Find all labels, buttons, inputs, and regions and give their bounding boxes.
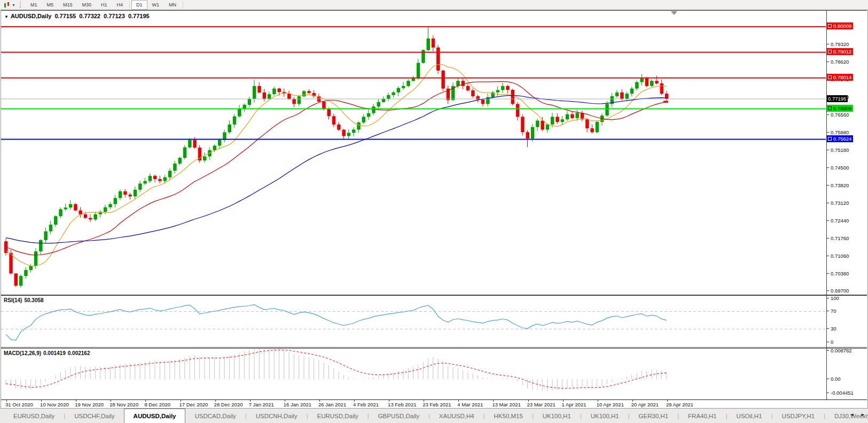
tab-scroll-left-button[interactable]: ◄ [848, 410, 856, 419]
candle [635, 82, 639, 89]
price-chart-canvas[interactable] [1, 11, 826, 295]
candle [74, 204, 77, 211]
main-chart-panel[interactable] [1, 10, 867, 295]
chart-tab-gbpusd-daily[interactable]: GBPUSD,Daily [369, 409, 428, 423]
candle [119, 191, 122, 198]
macd-canvas[interactable] [1, 349, 826, 400]
candle [39, 240, 43, 251]
candle [24, 270, 28, 276]
axis-tick-label: 0.00 [831, 376, 841, 382]
axis-tick-mark [827, 44, 829, 44]
toolbar-separator [183, 1, 183, 9]
axis-tick-label: 0.75180 [831, 147, 849, 153]
mt4-terminal: { "toolbar": { "chart_icon": "candlestic… [0, 0, 868, 423]
candle [526, 132, 530, 139]
candle [9, 253, 13, 273]
chart-tab-uk100-h1[interactable]: UK100,H1 [534, 409, 580, 423]
tab-scroll-right-button[interactable]: ► [859, 410, 866, 419]
candle [531, 127, 535, 139]
time-axis-label: 16 Jan 2021 [284, 402, 311, 407]
badge-square-icon [828, 106, 832, 110]
axis-tick-label: 70 [831, 308, 836, 314]
chart-tab-xauusd-h4[interactable]: XAUUSD,H4 [430, 409, 483, 423]
time-axis-label: 17 Dec 2020 [179, 402, 208, 407]
candle [551, 117, 554, 124]
timeframe-button-m1[interactable]: M1 [26, 0, 42, 10]
candle [402, 86, 405, 88]
axis-tick-label: -0.004451 [831, 390, 854, 396]
chart-tab-ger30-h1[interactable]: GER30,H1 [630, 409, 678, 423]
timeframe-button-m15[interactable]: M15 [58, 0, 77, 10]
candle [292, 99, 296, 104]
chart-tab-fra40-h1[interactable]: FRA40,H1 [679, 409, 726, 423]
badge-square-icon [828, 75, 832, 79]
chart-shift-marker[interactable] [671, 11, 677, 15]
axis-tick-label: 0.73820 [831, 182, 849, 188]
candle [93, 214, 97, 220]
toolbar-grip[interactable] [20, 2, 22, 8]
candle [322, 102, 326, 109]
price-badge: 0.79012 [827, 48, 853, 55]
macd-indicator-panel[interactable] [1, 348, 867, 401]
chart-symbol: AUDUSD,Daily [11, 13, 51, 19]
candle [138, 183, 142, 190]
rsi-label: RSI(14)50.3058 [4, 297, 46, 303]
timeframe-button-d1[interactable]: D1 [131, 0, 147, 10]
chart-tab-usdcnh-daily[interactable]: USDCNH,Daily [247, 409, 307, 423]
timeframe-button-mn[interactable]: MN [164, 0, 181, 10]
chart-tab-usdjpy-h1[interactable]: USDJPY,H1 [772, 409, 824, 423]
axis-tick-mark [827, 311, 829, 311]
ohlc-low: 0.77123 [104, 13, 125, 19]
chart-tab-usdcad-daily[interactable]: USDCAD,Daily [185, 409, 245, 423]
moving-average-fast [6, 64, 667, 266]
timeframe-button-m30[interactable]: M30 [77, 0, 96, 10]
axis-tick-label: 30 [831, 326, 836, 332]
candle [134, 190, 137, 197]
candle [541, 121, 544, 130]
timeframe-button-h4[interactable]: H4 [112, 0, 128, 10]
candle [307, 91, 311, 93]
macd-value-2: 0.002162 [68, 350, 90, 356]
price-axis[interactable]: 0.793200.786200.779400.772400.765600.758… [827, 0, 868, 408]
rsi-canvas[interactable] [1, 296, 826, 347]
toolbar: ▼ M1M5M15M30H1H4D1W1MN [0, 0, 868, 10]
candle [397, 88, 401, 93]
candle [466, 86, 470, 90]
candle [615, 93, 619, 96]
axis-tick-mark [827, 290, 829, 291]
candle [382, 99, 386, 102]
candle [332, 116, 336, 125]
time-axis-label: 13 Mar 2021 [492, 402, 520, 407]
candle [367, 113, 371, 117]
timeframe-button-m5[interactable]: M5 [42, 0, 58, 10]
candle [620, 93, 624, 99]
timeframe-button-w1[interactable]: W1 [147, 0, 165, 10]
chart-tab-eurusd-daily[interactable]: EURUSD,Daily [4, 409, 64, 423]
badge-square-icon [828, 50, 832, 53]
timeframe-button-group: M1M5M15M30H1H4D1W1MN [26, 0, 181, 10]
candle [357, 122, 361, 129]
axis-tick-mark [827, 203, 829, 203]
time-axis-label: 31 Oct 2020 [5, 402, 33, 407]
chart-tab-hk50-m15[interactable]: HK50,M15 [485, 409, 532, 423]
axis-tick-mark [827, 61, 829, 62]
candle [54, 216, 58, 225]
timeframe-button-h1[interactable]: H1 [96, 0, 112, 10]
candle [412, 78, 416, 81]
time-axis[interactable]: 31 Oct 202010 Nov 202019 Nov 202028 Nov … [1, 399, 867, 409]
chart-tab-usdchf-daily[interactable]: USDCHF,Daily [65, 409, 123, 423]
chart-tab-audusd-daily[interactable]: AUDUSD,Daily [124, 409, 186, 423]
chart-tab-uk100-h1[interactable]: UK100,H1 [582, 409, 628, 423]
chart-tab-bar: EURUSD,Daily|USDCHF,DailyAUDUSD,DailyUSD… [0, 408, 868, 423]
axis-tick-mark [827, 185, 829, 186]
axis-tick-label: 100 [831, 295, 839, 301]
time-axis-label: 20 Apr 2021 [631, 402, 659, 407]
chart-type-button[interactable]: ▼ [2, 1, 17, 9]
chart-tab-eurusd-daily[interactable]: EURUSD,Daily [308, 409, 367, 423]
rsi-indicator-panel[interactable] [1, 295, 867, 348]
price-badge: 0.80009 [827, 22, 853, 29]
chart-tab-usoil-h1[interactable]: USOil,H1 [728, 409, 771, 423]
candle [561, 119, 565, 122]
rsi-line [6, 305, 667, 341]
axis-tick-mark [827, 379, 829, 379]
